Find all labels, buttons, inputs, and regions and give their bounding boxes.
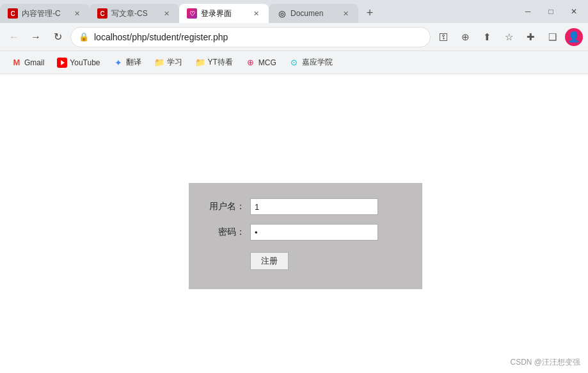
bookmark-ytwatch[interactable]: 📁 YT待看 [190,54,238,70]
watermark: CSDN @汪汪想变强 [510,357,580,368]
page-content: 用户名： 密码： 注册 CSDN @汪汪想变强 [0,74,588,373]
bookmark-translate[interactable]: ✦ 翻译 [108,54,147,70]
submit-button[interactable]: 注册 [250,252,289,270]
tab-4-close[interactable]: ✕ [340,8,351,19]
bookmark-translate-label: 翻译 [126,57,141,68]
address-text: localhost/php/student/register.php [94,32,422,42]
translate-icon[interactable]: ⊕ [456,28,474,46]
tab-2-icon: C [97,8,107,19]
bookmark-gmail-label: Gmail [24,58,44,67]
password-row: 密码： [207,224,404,241]
tab-4-icon: ◎ [276,8,287,19]
ytwatch-icon: 📁 [195,58,205,68]
sidebar-icon[interactable]: ❑ [543,28,561,46]
jiaying-icon: ⊙ [289,58,299,68]
bookmark-study[interactable]: 📁 学习 [149,54,187,70]
address-bar[interactable]: 🔒 localhost/php/student/register.php [70,27,431,47]
title-bar: C 内容管理-C ✕ C 写文章-CS ✕ ♡ 登录界面 ✕ ◎ Documen… [0,0,588,23]
tabs-container: C 内容管理-C ✕ C 写文章-CS ✕ ♡ 登录界面 ✕ ◎ Documen… [0,0,514,23]
bookmark-jiaying[interactable]: ⊙ 嘉应学院 [284,54,338,70]
tab-1[interactable]: C 内容管理-C ✕ [0,4,90,23]
tab-4-label: Documen [290,9,337,18]
tab-3-icon: ♡ [187,8,197,19]
youtube-icon [57,58,67,68]
key-icon[interactable]: ⚿ [434,28,452,46]
nav-bar: ← → ↻ 🔒 localhost/php/student/register.p… [0,23,588,51]
star-icon[interactable]: ☆ [500,28,518,46]
tab-4[interactable]: ◎ Documen ✕ [269,4,358,23]
mcg-icon: ⊕ [246,58,256,68]
bookmark-ytwatch-label: YT待看 [208,57,233,68]
bookmark-mcg-label: MCG [258,58,276,67]
restore-button[interactable]: □ [544,7,557,16]
bookmark-jiaying-label: 嘉应学院 [302,57,333,68]
username-label: 用户名： [207,201,245,212]
tab-3-label: 登录界面 [201,8,247,19]
username-input[interactable] [250,198,378,215]
translate-bm-icon: ✦ [113,58,123,68]
tab-1-close[interactable]: ✕ [72,8,82,19]
submit-row: 注册 [207,250,404,270]
register-form-container: 用户名： 密码： 注册 [189,183,422,289]
tab-3-close[interactable]: ✕ [251,8,261,19]
nav-icons: ⚿ ⊕ ⬆ ☆ ✚ ❑ 👤 [434,28,583,46]
study-icon: 📁 [154,58,164,68]
bookmark-mcg[interactable]: ⊕ MCG [241,55,282,70]
bookmark-study-label: 学习 [167,57,182,68]
username-row: 用户名： [207,198,404,215]
bookmark-gmail[interactable]: M Gmail [6,55,49,70]
back-button[interactable]: ← [5,28,23,46]
tab-1-label: 内容管理-C [22,8,68,19]
password-label: 密码： [207,226,245,238]
minimize-button[interactable]: ─ [521,7,534,16]
bookmarks-bar: M Gmail YouTube ✦ 翻译 📁 学习 📁 YT待看 ⊕ MCG ⊙… [0,51,588,74]
tab-2-label: 写文章-CS [111,8,157,19]
gmail-icon: M [12,58,22,68]
password-input[interactable] [250,224,378,241]
bookmark-youtube-label: YouTube [70,58,100,67]
address-lock-icon: 🔒 [79,32,89,42]
new-tab-button[interactable]: + [361,4,379,22]
profile-button[interactable]: 👤 [565,28,583,46]
bookmark-youtube[interactable]: YouTube [52,55,105,70]
share-icon[interactable]: ⬆ [478,28,496,46]
close-button[interactable]: ✕ [568,7,580,16]
tab-2-close[interactable]: ✕ [161,8,171,19]
browser-window: C 内容管理-C ✕ C 写文章-CS ✕ ♡ 登录界面 ✕ ◎ Documen… [0,0,588,373]
extensions-icon[interactable]: ✚ [521,28,539,46]
tab-3[interactable]: ♡ 登录界面 ✕ [179,4,269,23]
tab-2[interactable]: C 写文章-CS ✕ [90,4,179,23]
reload-button[interactable]: ↻ [49,28,67,46]
window-controls: ─ □ ✕ [514,0,588,23]
tab-1-icon: C [8,8,18,19]
forward-button[interactable]: → [27,28,45,46]
